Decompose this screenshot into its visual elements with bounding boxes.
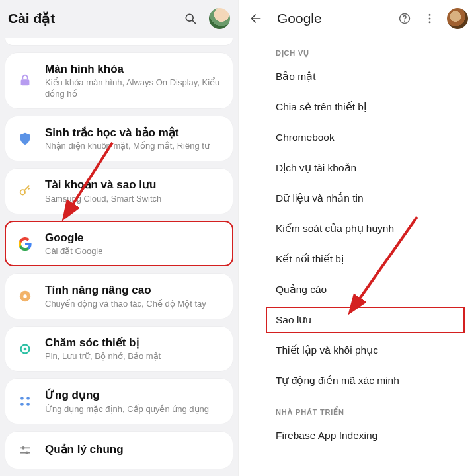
service-item-backup[interactable]: Sao lưu (265, 306, 465, 334)
service-item-chromebook[interactable]: Chromebook (239, 122, 476, 153)
search-button[interactable] (181, 9, 200, 28)
item-label: Chromebook (276, 132, 335, 143)
item-label: Chia sẻ trên thiết bị (276, 101, 366, 113)
service-item-device-share[interactable]: Chia sẻ trên thiết bị (239, 92, 476, 122)
google-header: Google (239, 0, 476, 37)
svg-point-14 (22, 446, 25, 450)
item-label: Thiết lập và khôi phục (276, 344, 378, 356)
profile-avatar[interactable] (209, 8, 230, 29)
settings-item-google[interactable]: Google Cài đặt Google (5, 221, 233, 266)
svg-point-10 (20, 403, 24, 406)
service-item-firebase-indexing[interactable]: Firebase App Indexing (239, 420, 476, 451)
svg-point-11 (26, 403, 30, 406)
item-label: Kết nối thiết bị (276, 253, 344, 265)
help-button[interactable] (395, 9, 414, 28)
arrow-left-icon (249, 12, 262, 25)
item-label: Firebase App Indexing (276, 430, 377, 442)
settings-item-apps[interactable]: Ứng dụng Ứng dụng mặc định, Cấp quyền ứn… (5, 379, 233, 424)
item-label: Dịch vụ tài khoản (276, 162, 356, 174)
back-button[interactable] (247, 9, 265, 28)
svg-point-18 (404, 20, 405, 22)
settings-item-biometrics[interactable]: Sinh trắc học và bảo mật Nhận diện khuôn… (5, 116, 233, 161)
settings-item-general[interactable]: Quản lý chung (5, 432, 233, 469)
item-title: Màn hình khóa (45, 62, 222, 76)
item-title: Ứng dụng (45, 388, 222, 402)
gear-badge-icon (18, 289, 32, 303)
item-sub: Ứng dụng mặc định, Cấp quyền ứng dụng (45, 404, 222, 415)
item-title: Tài khoản và sao lưu (45, 178, 222, 192)
svg-point-8 (20, 397, 24, 400)
item-title: Sinh trắc học và bảo mật (45, 126, 222, 139)
item-title: Tính năng nâng cao (45, 283, 222, 297)
google-settings-pane: Google DỊCH VỤ Bảo mật Chia sẻ trên thiế… (238, 0, 476, 476)
service-item-security[interactable]: Bảo mật (239, 61, 476, 92)
item-label: Kiểm soát của phụ huynh (276, 223, 394, 235)
item-label: Bảo mật (276, 71, 315, 83)
settings-item-devicecare[interactable]: Chăm sóc thiết bị Pin, Lưu trữ, Bộ nhớ, … (5, 327, 233, 372)
svg-point-21 (429, 21, 431, 23)
key-icon (18, 184, 32, 198)
service-item-account-services[interactable]: Dịch vụ tài khoản (239, 153, 476, 183)
service-item-autofill-codes[interactable]: Tự động điền mã xác minh (239, 366, 476, 396)
svg-point-9 (26, 397, 30, 400)
item-title: Google (45, 231, 222, 245)
item-sub: Nhận diện khuôn mặt, Mống mắt, Riêng tư (45, 141, 222, 151)
settings-item-lockscreen[interactable]: Màn hình khóa Kiểu khóa màn hình, Always… (5, 53, 233, 108)
settings-list[interactable]: Màn hình khóa Kiểu khóa màn hình, Always… (0, 37, 238, 476)
more-button[interactable] (420, 9, 439, 28)
google-account-avatar[interactable] (447, 8, 468, 29)
item-label: Sao lưu (276, 314, 311, 326)
item-sub: Pin, Lưu trữ, Bộ nhớ, Bảo mật (45, 351, 222, 362)
search-icon (184, 12, 197, 25)
svg-point-3 (20, 190, 25, 194)
svg-point-20 (429, 18, 431, 20)
help-icon (398, 12, 411, 25)
item-title: Quản lý chung (45, 442, 222, 456)
item-sub: Samsung Cloud, Smart Switch (45, 194, 222, 204)
care-icon (18, 342, 32, 356)
service-item-data-messaging[interactable]: Dữ liệu và nhắn tin (239, 183, 476, 214)
lock-icon (18, 73, 32, 88)
google-g-icon (18, 237, 32, 251)
settings-item-partial-top[interactable] (5, 38, 233, 45)
more-vertical-icon (423, 12, 436, 25)
settings-item-advanced[interactable]: Tính năng nâng cao Chuyển động và thao t… (5, 274, 233, 319)
settings-header: Cài đặt (0, 0, 238, 37)
sliders-icon (18, 443, 32, 457)
shield-icon (18, 132, 32, 146)
apps-icon (18, 394, 32, 409)
settings-item-accounts[interactable]: Tài khoản và sao lưu Samsung Cloud, Smar… (5, 169, 233, 214)
google-services-list[interactable]: DỊCH VỤ Bảo mật Chia sẻ trên thiết bị Ch… (239, 37, 476, 476)
developer-section-label: NHÀ PHÁT TRIỂN (239, 396, 476, 420)
service-item-ads[interactable]: Quảng cáo (239, 274, 476, 305)
item-label: Quảng cáo (276, 284, 327, 296)
services-section-label: DỊCH VỤ (239, 37, 476, 61)
svg-point-15 (25, 451, 28, 454)
item-label: Tự động điền mã xác minh (276, 375, 399, 387)
settings-title: Cài đặt (8, 11, 181, 26)
item-sub: Cài đặt Google (45, 246, 222, 257)
svg-line-1 (192, 20, 196, 24)
svg-point-19 (429, 14, 431, 16)
svg-rect-2 (21, 79, 30, 85)
service-item-device-connect[interactable]: Kết nối thiết bị (239, 244, 476, 274)
item-title: Chăm sóc thiết bị (45, 336, 222, 350)
settings-pane: Cài đặt Màn hình khóa Kiểu khóa màn hình… (0, 0, 238, 476)
google-title: Google (277, 11, 389, 26)
service-item-setup-restore[interactable]: Thiết lập và khôi phục (239, 335, 476, 366)
svg-point-5 (23, 294, 27, 298)
item-label: Dữ liệu và nhắn tin (276, 192, 364, 204)
svg-point-7 (24, 347, 27, 350)
item-sub: Chuyển động và thao tác, Chế độ Một tay (45, 299, 222, 309)
service-item-parental[interactable]: Kiểm soát của phụ huynh (239, 214, 476, 244)
item-sub: Kiểu khóa màn hình, Always On Display, K… (45, 77, 222, 99)
